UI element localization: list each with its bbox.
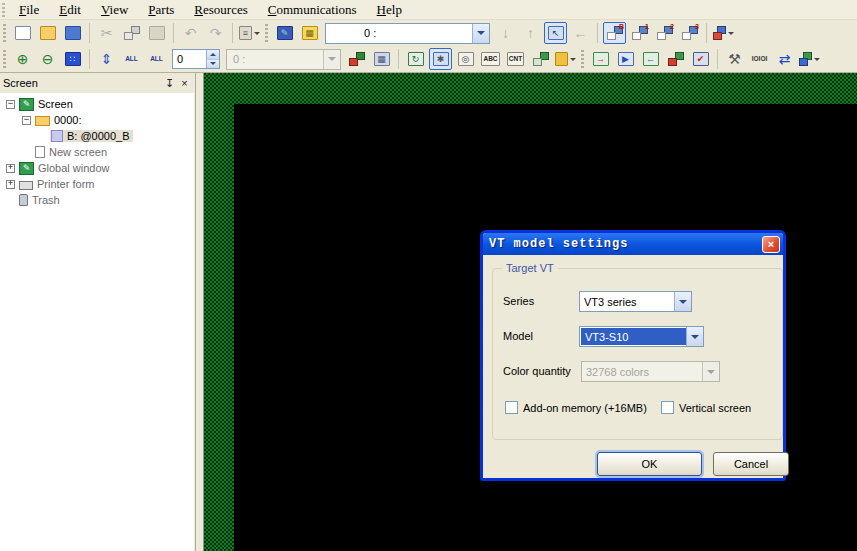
communication-unit-button[interactable] xyxy=(798,48,821,70)
dropdown-caret-icon[interactable] xyxy=(570,58,576,61)
tree-item-screen[interactable]: −Screen xyxy=(0,96,194,112)
tree-item-new-screen[interactable]: New screen xyxy=(0,144,194,160)
count-list-button[interactable]: CNT xyxy=(504,48,527,70)
menu-resources[interactable]: Resources xyxy=(184,0,257,20)
dialog-title-bar: VT model settings × xyxy=(483,233,783,255)
hide-all-parts-button[interactable]: ALL xyxy=(145,48,168,70)
printer-icon xyxy=(19,181,33,190)
expand-icon[interactable]: + xyxy=(6,164,15,173)
spinner-up-icon[interactable] xyxy=(206,50,219,60)
toolbar-grip[interactable] xyxy=(265,24,268,42)
tree-item-trash[interactable]: Trash xyxy=(0,192,194,208)
keypad-window-button[interactable]: ▦ xyxy=(298,22,321,44)
system-settings-icon: ⚒ xyxy=(728,52,741,66)
model-value: VT3-S10 xyxy=(581,328,686,345)
menu-parts[interactable]: Parts xyxy=(138,0,184,20)
zoom-in-button[interactable]: ⊕ xyxy=(11,48,34,70)
tree-item-global-window[interactable]: +Global window xyxy=(0,160,194,176)
display-window-1-button[interactable]: 1 xyxy=(628,22,651,44)
paste-icon xyxy=(149,26,165,40)
grid-button[interactable]: ∷ xyxy=(61,48,84,70)
display-window-2-button[interactable]: 2 xyxy=(653,22,676,44)
com-port-button[interactable]: IOIOI xyxy=(748,48,771,70)
display-window-3-button[interactable]: 3 xyxy=(678,22,701,44)
vertical-screen-checkbox[interactable] xyxy=(661,401,674,414)
spinner-down-icon[interactable] xyxy=(206,60,219,69)
tree-item-content: 0000: xyxy=(34,114,85,126)
dropdown-caret-icon[interactable] xyxy=(814,58,820,61)
color-quantity-label: Color quantity xyxy=(503,365,571,377)
usb-button[interactable]: ⇄ xyxy=(773,48,796,70)
ok-button[interactable]: OK xyxy=(597,452,702,476)
menu-file[interactable]: File xyxy=(9,0,49,20)
close-icon[interactable]: × xyxy=(762,236,780,253)
chevron-down-icon[interactable] xyxy=(472,24,489,43)
print-button[interactable]: ≡ xyxy=(238,22,261,44)
tree-item-printer-form[interactable]: +Printer form xyxy=(0,176,194,192)
simulator-button[interactable]: ▶ xyxy=(614,48,637,70)
cut-icon: ✂ xyxy=(101,26,113,40)
window-settings-icon: ✱ xyxy=(433,52,449,66)
menu-help[interactable]: Help xyxy=(367,0,412,20)
window-settings-button[interactable]: ✱ xyxy=(429,48,452,70)
cancel-button[interactable]: Cancel xyxy=(713,452,789,476)
new-file-button[interactable] xyxy=(11,22,34,44)
transfer-to-vt-icon: → xyxy=(593,52,609,66)
close-panel-icon[interactable]: × xyxy=(177,76,192,90)
state-spinner[interactable]: 0 xyxy=(172,49,220,69)
window-restore-button[interactable]: ↻ xyxy=(404,48,427,70)
toolbar-grip[interactable] xyxy=(3,24,6,42)
screen-panel-header: Screen ↧ × xyxy=(0,73,195,93)
expand-icon[interactable]: + xyxy=(6,180,15,189)
dropdown-caret-icon[interactable] xyxy=(728,32,734,35)
show-all-parts-button[interactable]: ALL xyxy=(120,48,143,70)
collapse-icon[interactable]: − xyxy=(22,116,31,125)
transfer-from-vt-button[interactable]: ← xyxy=(639,48,662,70)
save-button[interactable] xyxy=(61,22,84,44)
tree-item-b-0000-b[interactable]: B: @0000_B xyxy=(0,128,194,144)
window-find-button[interactable]: ◎ xyxy=(454,48,477,70)
screen-number-combo-value: 0 : xyxy=(326,27,472,39)
select-window-button[interactable]: ↖ xyxy=(544,22,567,44)
toolbar-grip[interactable] xyxy=(3,50,6,68)
series-combo[interactable]: VT3 series xyxy=(579,291,692,312)
menu-grip[interactable] xyxy=(2,3,5,17)
transfer-verify-button[interactable] xyxy=(664,48,687,70)
library-button[interactable] xyxy=(554,48,577,70)
menu-view[interactable]: View xyxy=(91,0,138,20)
display-base-screen-button[interactable]: B xyxy=(603,22,626,44)
chevron-down-icon[interactable] xyxy=(674,292,691,311)
screen-preview-button[interactable]: ▦ xyxy=(370,48,393,70)
zoom-out-button[interactable]: ⊖ xyxy=(36,48,59,70)
add-on-memory-checkbox[interactable] xyxy=(505,401,518,414)
screen-number-combo[interactable]: 0 : xyxy=(325,23,490,44)
badge: 3 xyxy=(695,23,699,30)
system-settings-button[interactable]: ⚒ xyxy=(723,48,746,70)
text-list-button[interactable]: ABC xyxy=(479,48,502,70)
window-restore-icon: ↻ xyxy=(408,52,424,66)
dropdown-caret-icon[interactable] xyxy=(254,32,260,35)
collapse-icon[interactable]: − xyxy=(6,100,15,109)
overlap-windows-button[interactable] xyxy=(712,22,735,44)
copy-windows-button[interactable] xyxy=(529,48,552,70)
transfer-to-vt-button[interactable]: → xyxy=(589,48,612,70)
change-color-button[interactable] xyxy=(345,48,368,70)
snap-grid-button[interactable]: ⇕ xyxy=(95,48,118,70)
menu-communications[interactable]: Communications xyxy=(258,0,367,20)
toolbar-grip[interactable] xyxy=(581,50,584,68)
tree-item-0000[interactable]: −0000: xyxy=(0,112,194,128)
open-file-button[interactable] xyxy=(36,22,59,44)
badge: 1 xyxy=(645,23,649,30)
screen-edit-button[interactable]: ✎ xyxy=(273,22,296,44)
global-window-icon xyxy=(19,162,34,175)
menu-edit[interactable]: Edit xyxy=(49,0,91,20)
chevron-down-icon[interactable] xyxy=(686,327,703,346)
monitor-button[interactable]: ✔ xyxy=(689,48,712,70)
pin-icon[interactable]: ↧ xyxy=(162,76,177,90)
change-color-icon xyxy=(349,52,365,66)
add-on-memory-label: Add-on memory (+16MB) xyxy=(523,402,647,414)
model-combo[interactable]: VT3-S10 xyxy=(579,326,704,347)
snap-grid-icon: ⇕ xyxy=(101,52,113,66)
toolbar-separator xyxy=(173,23,174,43)
save-icon xyxy=(65,26,81,40)
